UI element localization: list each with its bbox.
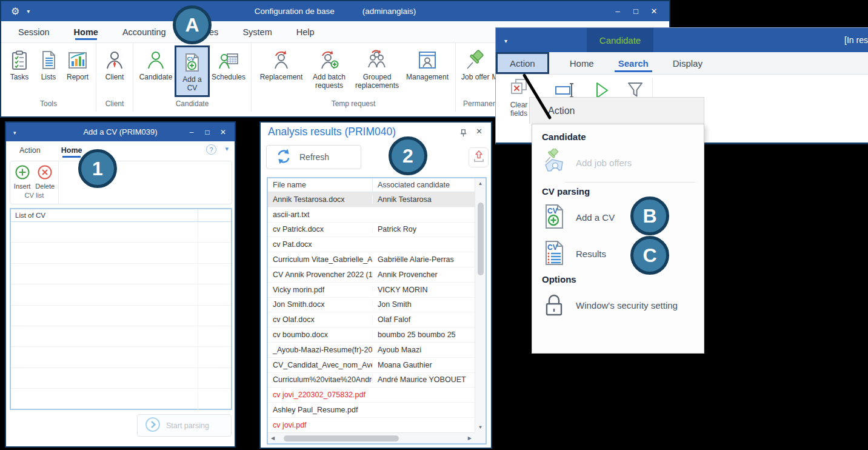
client-button[interactable]: Client: [100, 45, 129, 96]
tab-action[interactable]: Action: [496, 52, 549, 74]
table-row[interactable]: ascii-art.txt: [268, 207, 475, 223]
tab-home[interactable]: Home: [74, 21, 98, 42]
table-row[interactable]: cv jovi_220302_075832.pdf: [268, 388, 475, 403]
gear-icon[interactable]: ⚙: [11, 5, 19, 17]
file-name-cell: cv boumbo.docx: [268, 331, 372, 339]
job-offer-button[interactable]: Job offer: [459, 45, 491, 96]
table-row[interactable]: CV_Candidat_Avec_nom_Avec_coo...Moana Ga…: [268, 358, 475, 373]
scroll-up-icon[interactable]: ▲: [475, 181, 486, 186]
table-row[interactable]: cv Olaf.docxOlaf Falof: [268, 312, 475, 327]
candidate-cell: boumbo 25 boumbo 25: [372, 331, 475, 339]
insert-button[interactable]: Insert: [14, 164, 31, 190]
quick-access-chevron-icon[interactable]: ▾: [13, 130, 16, 136]
svg-text:CV: CV: [547, 207, 558, 215]
table-row[interactable]: Curriculum Vitae_Gabrielle_Alarie-P...Ga…: [268, 252, 475, 267]
tab-action[interactable]: Action: [19, 141, 41, 159]
schedules-button[interactable]: Schedules: [210, 45, 247, 96]
column-header-file-name[interactable]: File name: [268, 181, 372, 189]
table-row[interactable]: Curriculum%20vitae%20André%20...André Ma…: [268, 373, 475, 388]
table-row[interactable]: cv Pat.docx: [268, 237, 475, 252]
tab-session[interactable]: Session: [18, 21, 50, 42]
table-row[interactable]: cv boumbo.docxboumbo 25 boumbo 25: [268, 327, 475, 343]
svg-text:CV: CV: [547, 243, 558, 252]
tab-accounting[interactable]: Accounting: [122, 21, 166, 42]
panel-title: Analysis results (PRIM040): [268, 126, 396, 138]
close-icon[interactable]: ✕: [476, 127, 482, 136]
menu-item-results[interactable]: CV Results: [541, 235, 704, 272]
pin-icon[interactable]: [459, 129, 468, 140]
scroll-right-icon[interactable]: ▶: [468, 435, 472, 441]
candidate-cell: Olaf Falof: [372, 315, 475, 324]
tab-home[interactable]: Home: [558, 52, 606, 74]
prim039-tabs: Action Home ? ▾: [6, 141, 235, 159]
candidate-button[interactable]: Candidate: [137, 45, 175, 96]
table-row[interactable]: cv Patrick.docxPatrick Roy: [268, 223, 475, 238]
delete-button[interactable]: Delete: [35, 164, 55, 190]
schedules-icon: [218, 49, 239, 72]
management-button[interactable]: Management: [403, 45, 452, 96]
minimize-button[interactable]: –: [609, 7, 627, 16]
cv-list-table[interactable]: List of CV: [10, 208, 232, 410]
file-name-cell: cv jovi.pdf: [268, 421, 372, 429]
add-a-cv-button[interactable]: CV Add a CV: [175, 45, 210, 97]
close-button[interactable]: ✕: [645, 7, 663, 16]
column-header-list-of-cv[interactable]: List of CV: [11, 212, 198, 219]
minimize-button[interactable]: –: [184, 128, 199, 136]
column-header-associated-candidate[interactable]: Associated candidate: [372, 178, 475, 192]
maximize-button[interactable]: □: [199, 128, 215, 136]
start-parsing-button[interactable]: Start parsing: [137, 414, 232, 437]
table-row[interactable]: Vicky morin.pdfVICKY MORIN: [268, 283, 475, 298]
table-row[interactable]: cv jovi.pdf: [268, 418, 475, 432]
table-row[interactable]: CV Annik Provencher 2022 (1).pdfAnnik Pr…: [268, 267, 475, 283]
screenshot-stage: ⚙ ▾ Configuration de base (adminanglais)…: [0, 0, 868, 450]
vertical-scroll-thumb[interactable]: [478, 203, 484, 275]
menu-item-window-security-setting[interactable]: Window's security setting: [541, 287, 704, 323]
scroll-left-icon[interactable]: ◀: [271, 435, 275, 441]
tasks-button[interactable]: Tasks: [5, 45, 34, 96]
ribbon-group-client: Client Client: [96, 43, 133, 112]
replacement-button[interactable]: Replacement: [255, 45, 307, 96]
column-header-empty[interactable]: [198, 209, 231, 221]
add-cv-icon: CV: [182, 51, 202, 74]
candidate-cell: Patrick Roy: [372, 225, 475, 233]
grouped-replacements-button[interactable]: Grouped replacements: [351, 45, 403, 96]
action-menu-header[interactable]: Action: [529, 97, 704, 124]
table-row[interactable]: _Ayoub-Maazi-Resume(fr)-2022.do...Ayoub …: [268, 343, 475, 358]
horizontal-scrollbar[interactable]: ◀ ▶: [268, 432, 475, 443]
maximize-button[interactable]: □: [627, 7, 645, 16]
table-row[interactable]: Jon Smith.docxJon Smith: [268, 298, 475, 313]
quick-access-chevron-icon[interactable]: ▾: [504, 38, 507, 44]
chevron-down-icon[interactable]: ▾: [225, 145, 229, 153]
empty-row: [11, 347, 231, 368]
scroll-down-icon[interactable]: ▼: [475, 425, 486, 430]
add-a-cv-window: ▾ Add a CV (PRIM039) – □ ✕ Action Home ?…: [5, 121, 236, 448]
table-row[interactable]: Annik Testarosa.docxAnnik Testarosa: [268, 192, 475, 207]
tab-help[interactable]: Help: [296, 21, 315, 42]
tab-search[interactable]: Search: [606, 52, 661, 74]
file-name-cell: cv jovi_220302_075832.pdf: [268, 391, 372, 399]
candidate-titlebar: ▾ Candidate [In res: [496, 28, 868, 52]
menu-section-options: Options: [541, 272, 704, 287]
help-icon[interactable]: ?: [206, 144, 216, 155]
candidate-cell: VICKY MORIN: [372, 286, 475, 294]
add-batch-requests-button[interactable]: Add batch requests: [307, 45, 351, 96]
tab-home[interactable]: Home: [61, 141, 82, 159]
close-button[interactable]: ✕: [215, 128, 231, 136]
tab-display[interactable]: Display: [661, 52, 715, 74]
management-icon: [417, 49, 438, 72]
horizontal-scroll-thumb[interactable]: [284, 435, 399, 442]
empty-row: [11, 306, 231, 326]
menu-item-add-job-offers[interactable]: Add job offers: [541, 144, 704, 181]
file-name-cell: CV_Candidat_Avec_nom_Avec_coo...: [268, 361, 372, 369]
table-row[interactable]: Ashley Paul_Resume.pdf: [268, 403, 475, 418]
tab-system[interactable]: System: [242, 21, 272, 42]
lists-button[interactable]: Lists: [34, 45, 63, 96]
report-button[interactable]: Report: [63, 45, 92, 96]
export-button[interactable]: [469, 147, 489, 167]
vertical-scrollbar[interactable]: ▲ ▼: [475, 178, 486, 432]
lists-icon: [38, 49, 59, 72]
menu-item-add-a-cv[interactable]: CV Add a CV: [541, 199, 704, 235]
quick-access-chevron-icon[interactable]: ▾: [27, 8, 30, 15]
upload-icon: [472, 149, 486, 166]
refresh-button[interactable]: Refresh: [266, 145, 361, 169]
